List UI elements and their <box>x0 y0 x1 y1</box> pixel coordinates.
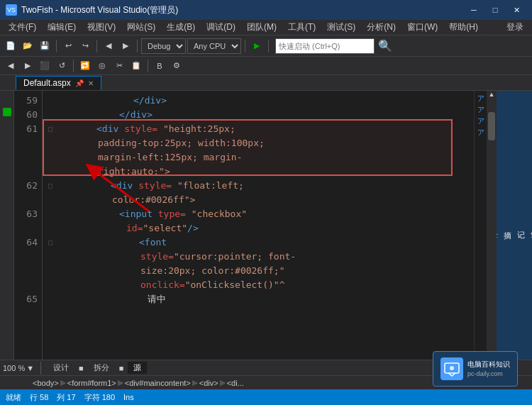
line-num-64: 64 <box>14 235 38 292</box>
menu-tools[interactable]: 工具(T) <box>282 20 321 35</box>
code-line-62a: □ <div style= "float:left; <box>48 179 474 193</box>
toolbar2-btn1[interactable]: ◀ <box>3 58 18 74</box>
tab-default-aspx[interactable]: Default.aspx 📌 ✕ <box>16 76 101 90</box>
code-line-65: 请中 <box>48 292 474 306</box>
main-toolbar: 📄 📂 💾 ↩ ↪ ◀ ▶ Debug Any CPU ▶ 🔍 <box>0 35 532 57</box>
marker-4: ア <box>475 128 487 138</box>
code-line-59: </div> <box>48 94 474 108</box>
zoom-selector[interactable]: 100 % ▼ <box>3 364 34 372</box>
line-numbers: 59 60 61 62 63 64 65 <box>14 91 43 360</box>
breadcrumb-di[interactable]: <di... <box>227 379 244 387</box>
token-64-6: "onClickselect()"^ <box>185 278 285 292</box>
breadcrumb-div[interactable]: <div> <box>199 379 218 387</box>
tab-source[interactable]: 源 <box>128 362 147 374</box>
open-button[interactable]: 📂 <box>20 38 35 54</box>
status-row: 行 58 <box>30 392 48 403</box>
toolbar2-btn8[interactable]: 📋 <box>128 58 144 74</box>
svg-point-2 <box>450 366 454 370</box>
token-63-3: "checkbox" <box>192 209 247 219</box>
breadcrumb-form[interactable]: <form#form1> <box>67 379 116 387</box>
line-num-60: 60 <box>14 108 38 122</box>
menu-debug[interactable]: 调试(D) <box>201 20 241 35</box>
forward-button[interactable]: ▶ <box>118 38 133 54</box>
token-64-5: onclick= <box>140 278 185 292</box>
editor-container: 59 60 61 62 63 64 65 <box>14 91 497 360</box>
toolbar2-btn2[interactable]: ▶ <box>20 58 35 74</box>
menu-view[interactable]: 视图(V) <box>82 20 121 35</box>
toolbar-separator-5 <box>268 40 269 52</box>
token-61-2: style= <box>124 123 157 134</box>
toolbar2-sep2 <box>148 60 148 72</box>
toolbar2-btn4[interactable]: ↺ <box>54 58 70 74</box>
watermark-text-area: 电脑百科知识 pc-daily.com <box>467 360 510 379</box>
code-area[interactable]: </div> </div> □ <div style= "height:25px… <box>43 91 474 360</box>
close-button[interactable]: ✕ <box>506 3 526 17</box>
line-num-65: 65 <box>14 292 38 306</box>
token-61-3: "height:25px; <box>163 123 235 134</box>
code-line-61a: □ <div style= "height:25px; <box>48 122 474 136</box>
new-file-button[interactable]: 📄 <box>3 38 18 54</box>
menu-help[interactable]: 帮助(H) <box>443 20 484 35</box>
breadcrumb-maincontent[interactable]: <div#maincontent> <box>125 379 191 387</box>
cpu-select[interactable]: Any CPU <box>187 38 241 54</box>
tab-close-button[interactable]: ✕ <box>88 79 94 87</box>
toolbar2-btn7[interactable]: ✂ <box>111 58 127 74</box>
toolbar2-btn9[interactable]: B <box>152 58 167 74</box>
tab-label: Default.aspx <box>23 78 71 88</box>
maximize-button[interactable]: □ <box>485 3 505 17</box>
annotation-text2: 记 <box>516 225 526 226</box>
vertical-scrollbar[interactable]: ▲ ▼ <box>487 91 497 360</box>
tab-sep-1: ■ <box>79 364 84 372</box>
toolbar2-btn6[interactable]: ◎ <box>94 58 110 74</box>
status-col: 列 17 <box>57 392 75 403</box>
redo-button[interactable]: ↪ <box>77 38 93 54</box>
menu-edit[interactable]: 编辑(E) <box>42 20 82 35</box>
title-bar-controls: ─ □ ✕ <box>464 3 526 17</box>
zoom-dropdown-icon[interactable]: ▼ <box>26 364 34 372</box>
annotation-sidebar: 笔 记 摘 录 <box>497 91 532 360</box>
run-button[interactable]: ▶ <box>249 38 265 54</box>
toolbar2-btn5[interactable]: 🔁 <box>77 58 93 74</box>
expand-icon-64: □ <box>48 235 52 250</box>
scroll-up-button[interactable]: ▲ <box>489 91 495 98</box>
marker-2: ア <box>475 105 487 115</box>
undo-button[interactable]: ↩ <box>60 38 76 54</box>
token-62-2: style= <box>138 180 172 191</box>
code-line-61d: right:auto;"> <box>48 165 474 179</box>
menu-window[interactable]: 窗口(W) <box>401 20 443 35</box>
token-63-6: /> <box>187 221 199 235</box>
menu-build[interactable]: 生成(B) <box>161 20 201 35</box>
watermark-icon <box>440 357 463 380</box>
token-60-1: </div> <box>119 109 153 120</box>
token-62-3: "float:left; <box>177 180 244 191</box>
breadcrumb-body[interactable]: <body> <box>33 379 59 387</box>
toolbar2-btn10[interactable]: ⚙ <box>169 58 184 74</box>
watermark-url: pc-daily.com <box>467 370 510 379</box>
menu-analyze[interactable]: 分析(N) <box>361 20 401 35</box>
quick-launch-input[interactable] <box>275 38 375 54</box>
debug-config-select[interactable]: Debug <box>141 38 186 54</box>
token-62-1: <div <box>111 180 138 191</box>
menu-file[interactable]: 文件(F) <box>3 20 42 35</box>
minimize-button[interactable]: ─ <box>464 3 484 17</box>
tab-bar: Default.aspx 📌 ✕ <box>0 75 532 91</box>
tab-design[interactable]: 设计 <box>48 362 74 374</box>
bookmark-gutter <box>0 91 14 360</box>
toolbar2-btn3[interactable]: ⬛ <box>37 58 52 74</box>
save-button[interactable]: 💾 <box>37 38 52 54</box>
toolbar-separator-2 <box>96 40 97 52</box>
menu-test[interactable]: 测试(S) <box>321 20 361 35</box>
back-button[interactable]: ◀ <box>101 38 116 54</box>
menu-website[interactable]: 网站(S) <box>121 20 161 35</box>
tab-split[interactable]: 拆分 <box>88 362 115 374</box>
title-bar: VS TwoFish - Microsoft Visual Studio(管理员… <box>0 0 532 20</box>
menu-team[interactable]: 团队(M) <box>241 20 282 35</box>
token-64-1: <font <box>139 237 167 248</box>
login-button[interactable]: 登录 <box>501 21 529 34</box>
watermark-site: 电脑百科知识 <box>467 360 510 370</box>
token-61-6: right:auto;"> <box>98 165 170 179</box>
secondary-toolbar: ◀ ▶ ⬛ ↺ 🔁 ◎ ✂ 📋 B ⚙ <box>0 57 532 75</box>
scrollbar-thumb[interactable] <box>488 112 495 140</box>
quick-launch-area: 🔍 <box>275 38 392 54</box>
toolbar-separator-3 <box>137 40 138 52</box>
